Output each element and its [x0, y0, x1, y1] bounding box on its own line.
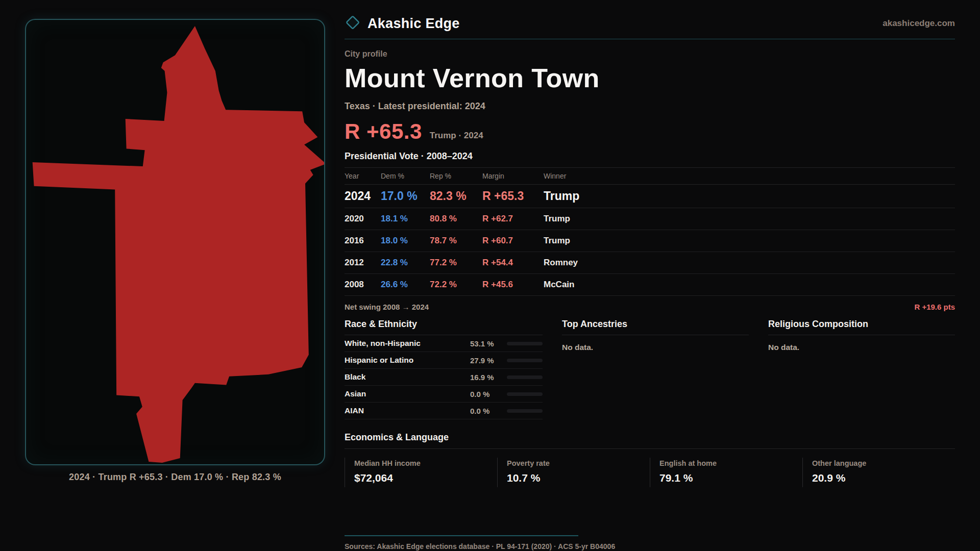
- headline-margin-context: Trump · 2024: [430, 131, 483, 144]
- cell-dem: 22.8 %: [381, 258, 430, 268]
- footer-sources: Sources: Akashic Edge elections database…: [345, 542, 955, 550]
- cell-winner: Trump: [544, 189, 955, 203]
- map-caption: 2024 · Trump R +65.3 · Dem 17.0 % · Rep …: [25, 472, 325, 483]
- race-label: White, non-Hispanic: [345, 339, 470, 348]
- cell-year: 2024: [345, 189, 381, 203]
- column-header-dem: Dem %: [381, 172, 430, 180]
- race-label: Asian: [345, 389, 470, 398]
- race-row: AIAN 0.0 %: [345, 403, 543, 419]
- race-ethnicity-title: Race & Ethnicity: [345, 319, 543, 335]
- city-shape-svg: [26, 20, 324, 464]
- net-swing-row: Net swing 2008 → 2024 R +19.6 pts: [345, 296, 955, 311]
- top-ancestries-column: Top Ancestries No data.: [562, 319, 749, 419]
- race-bar-track: [507, 342, 543, 345]
- race-label: Hispanic or Latino: [345, 356, 470, 365]
- cell-rep: 78.7 %: [430, 236, 482, 246]
- stat-card-other-language: Other language 20.9 %: [802, 458, 955, 487]
- table-row-2008: 2008 26.6 % 72.2 % R +45.6 McCain: [345, 274, 955, 296]
- page-footer: Sources: Akashic Edge elections database…: [345, 535, 955, 551]
- table-row-2020: 2020 18.1 % 80.8 % R +62.7 Trump: [345, 208, 955, 230]
- city-profile-content: Akashic Edge akashicedge.com City profil…: [345, 14, 955, 551]
- stat-label: Poverty rate: [507, 459, 650, 467]
- cell-winner: Romney: [544, 258, 955, 268]
- table-row-2016: 2016 18.0 % 78.7 % R +60.7 Trump: [345, 230, 955, 252]
- net-swing-label: Net swing 2008 → 2024: [345, 303, 429, 311]
- vote-table-header-row: Year Dem % Rep % Margin Winner: [345, 168, 955, 185]
- cell-rep: 72.2 %: [430, 280, 482, 290]
- race-row: Hispanic or Latino 27.9 %: [345, 352, 543, 369]
- cell-margin: R +45.6: [482, 280, 544, 290]
- cell-margin: R +62.7: [482, 214, 544, 224]
- stat-label: Median HH income: [354, 459, 497, 467]
- race-ethnicity-column: Race & Ethnicity White, non-Hispanic 53.…: [345, 319, 543, 419]
- city-boundary-map: [25, 19, 325, 465]
- stat-label: English at home: [659, 459, 802, 467]
- footer-accent-rule: [345, 535, 578, 536]
- religious-composition-column: Religious Composition No data.: [768, 319, 955, 419]
- headline-margin-value: R +65.3: [345, 119, 422, 144]
- city-boundary-polygon: [33, 26, 324, 463]
- economics-language-section: Economics & Language Median HH income $7…: [345, 432, 955, 487]
- race-value: 16.9 %: [470, 373, 507, 382]
- cell-year: 2012: [345, 258, 381, 268]
- cell-rep: 77.2 %: [430, 258, 482, 268]
- cell-year: 2008: [345, 280, 381, 290]
- cell-dem: 18.1 %: [381, 214, 430, 224]
- vote-table-title: Presidential Vote · 2008–2024: [345, 151, 955, 162]
- presidential-vote-table: Year Dem % Rep % Margin Winner 2024 17.0…: [345, 167, 955, 311]
- cell-dem: 17.0 %: [381, 189, 430, 203]
- race-value: 27.9 %: [470, 356, 507, 365]
- stat-card-median-income: Median HH income $72,064: [345, 458, 497, 487]
- race-row: Black 16.9 %: [345, 369, 543, 386]
- race-row: Asian 0.0 %: [345, 386, 543, 403]
- cell-rep: 82.3 %: [430, 189, 482, 203]
- religious-composition-title: Religious Composition: [768, 319, 955, 335]
- cell-winner: Trump: [544, 214, 955, 224]
- race-bar-track: [507, 409, 543, 413]
- column-header-year: Year: [345, 172, 381, 180]
- race-value: 0.0 %: [470, 407, 507, 415]
- race-bar-track: [507, 375, 543, 379]
- column-header-margin: Margin: [482, 172, 544, 180]
- site-header: Akashic Edge akashicedge.com: [345, 14, 955, 39]
- stat-card-poverty-rate: Poverty rate 10.7 %: [497, 458, 650, 487]
- headline-margin-block: R +65.3 Trump · 2024: [345, 119, 955, 144]
- table-row-2024: 2024 17.0 % 82.3 % R +65.3 Trump: [345, 185, 955, 208]
- stat-value: 79.1 %: [659, 472, 802, 484]
- table-row-2012: 2012 22.8 % 77.2 % R +54.4 Romney: [345, 252, 955, 274]
- column-header-rep: Rep %: [430, 172, 482, 180]
- cell-margin: R +65.3: [482, 189, 544, 203]
- demographics-section: Race & Ethnicity White, non-Hispanic 53.…: [345, 319, 955, 419]
- cell-dem: 26.6 %: [381, 280, 430, 290]
- race-bar-track: [507, 392, 543, 396]
- page-title: Mount Vernon Town: [345, 63, 955, 93]
- cell-dem: 18.0 %: [381, 236, 430, 246]
- diamond-logo-icon: [345, 14, 361, 33]
- kicker-city-profile: City profile: [345, 49, 955, 59]
- column-header-winner: Winner: [544, 172, 955, 180]
- stat-value: 20.9 %: [812, 472, 955, 484]
- economics-language-title: Economics & Language: [345, 432, 955, 449]
- cell-margin: R +54.4: [482, 258, 544, 268]
- race-label: AIAN: [345, 406, 470, 415]
- stat-label: Other language: [812, 459, 955, 467]
- stat-value: $72,064: [354, 472, 497, 484]
- cell-rep: 80.8 %: [430, 214, 482, 224]
- no-data-text: No data.: [768, 343, 955, 352]
- race-row: White, non-Hispanic 53.1 %: [345, 335, 543, 352]
- race-value: 53.1 %: [470, 339, 507, 348]
- top-ancestries-title: Top Ancestries: [562, 319, 749, 335]
- site-domain-link[interactable]: akashicedge.com: [883, 18, 955, 29]
- race-label: Black: [345, 372, 470, 382]
- state-and-latest-line: Texas · Latest presidential: 2024: [345, 101, 955, 112]
- brand-name: Akashic Edge: [368, 16, 460, 32]
- cell-year: 2020: [345, 214, 381, 224]
- cell-year: 2016: [345, 236, 381, 246]
- net-swing-value: R +19.6 pts: [914, 303, 955, 311]
- cell-winner: Trump: [544, 236, 955, 246]
- race-bar-track: [507, 359, 543, 362]
- cell-margin: R +60.7: [482, 236, 544, 246]
- race-value: 0.0 %: [470, 390, 507, 398]
- stat-card-english-at-home: English at home 79.1 %: [650, 458, 802, 487]
- stat-value: 10.7 %: [507, 472, 650, 484]
